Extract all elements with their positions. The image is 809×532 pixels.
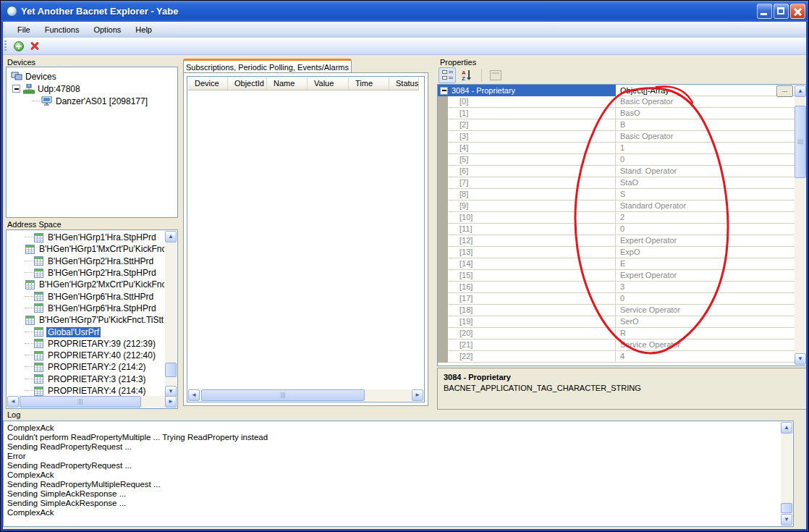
address-space-item[interactable]: B'HGen'HGrp6'Hra.StpHPrd [7, 303, 164, 314]
scroll-down-button[interactable]: ▼ [781, 514, 792, 525]
maximize-button[interactable] [774, 4, 789, 19]
scroll-up-button[interactable]: ▲ [781, 422, 792, 434]
tree-node-devices[interactable]: Devices [11, 70, 56, 83]
property-row[interactable]: [0] Basic Operator [438, 96, 795, 108]
column-header[interactable]: Time [349, 77, 389, 90]
window-title: Yet Another Bacnet Explorer - Yabe [21, 6, 757, 17]
menu-item[interactable]: Help [128, 23, 159, 36]
scroll-right-button[interactable]: ► [412, 389, 423, 401]
collapse-expander-icon[interactable] [12, 85, 20, 93]
property-value: S [616, 189, 795, 200]
property-row[interactable]: [8] S [438, 189, 795, 200]
column-header[interactable]: Value [308, 77, 349, 90]
log-line: Sending ReadPropertyMultipleRequest ... [7, 480, 779, 489]
address-space-item[interactable]: B'HGen'HGrp1'MxCrt'Pu'KickFnct.TiS [7, 243, 164, 255]
tree-node-label: Danzer'AS01 [2098177] [56, 96, 148, 106]
tab-subscriptions[interactable]: Subscriptions, Periodic Polling, Events/… [183, 59, 352, 73]
property-row[interactable]: [7] StaO [438, 177, 795, 189]
scroll-right-button[interactable]: ► [165, 396, 177, 408]
scroll-left-button[interactable]: ◄ [188, 389, 200, 401]
property-row[interactable]: [22] 4 [438, 351, 795, 363]
property-row[interactable]: [6] Stand. Operator [438, 166, 795, 177]
delete-icon [30, 41, 40, 51]
property-row[interactable]: [12] Expert Operator [438, 235, 795, 247]
address-space-item[interactable]: B'HGen'HGrp2'Hra.SttHPrd [7, 256, 164, 267]
property-row[interactable]: [18] Service Operator [438, 305, 795, 316]
address-space-item[interactable]: PROPRIETARY:4 (214:4) [7, 385, 164, 397]
close-button[interactable] [790, 4, 805, 19]
scroll-left-button[interactable]: ◄ [7, 396, 19, 408]
address-space-item[interactable]: PROPRIETARY:3 (214:3) [7, 373, 164, 385]
scroll-up-button[interactable]: ▲ [795, 85, 806, 97]
property-value: 2 [616, 212, 795, 224]
property-row[interactable]: [5] 0 [438, 154, 795, 166]
property-value: StaO [616, 177, 795, 189]
address-space-item[interactable]: B'HGen'HGrp1'Hra.StpHPrd [7, 232, 164, 243]
menu-item[interactable]: Options [86, 23, 128, 36]
subscriptions-listview: DeviceObjectIdNameValueTimeStatus ◄ ► [187, 76, 425, 402]
address-space-item[interactable]: B'HGen'HGrp2'Hra.StpHPrd [7, 267, 164, 279]
property-name: [11] [448, 224, 616, 235]
column-header[interactable]: Status [389, 77, 419, 90]
add-device-button[interactable] [11, 39, 27, 54]
categorized-view-button[interactable] [439, 67, 456, 83]
property-name: 3084 - Proprietary [452, 86, 515, 95]
property-value: E [616, 258, 795, 270]
scroll-down-button[interactable]: ▼ [795, 353, 806, 365]
scrollbar-thumb[interactable] [20, 396, 141, 408]
address-space-item[interactable]: PROPRIETARY:39 (212:39) [7, 338, 164, 350]
minimize-button[interactable] [757, 4, 772, 19]
title-bar[interactable]: Yet Another Bacnet Explorer - Yabe [1, 1, 809, 22]
alphabetical-sort-button[interactable]: AZ [459, 67, 476, 83]
address-space-item[interactable]: B'HGen'HGrp6'Hra.SttHPrd [7, 290, 164, 302]
property-row[interactable]: [11] 0 [438, 224, 795, 235]
scrollbar-thumb[interactable] [781, 503, 792, 513]
column-header[interactable]: Device [188, 77, 228, 90]
scrollbar-thumb[interactable] [165, 363, 177, 377]
property-row[interactable]: [21] Service Operator [438, 339, 795, 351]
column-header[interactable]: Name [267, 77, 308, 90]
tree-node-udp[interactable]: Udp:47808 [12, 83, 80, 95]
address-space-item[interactable]: B'HGen'HGrp2'MxCrt'Pu'KickFnct.TiS [7, 279, 164, 290]
property-value: Standard Operator [616, 200, 795, 212]
scrollbar-thumb[interactable] [795, 106, 806, 178]
scroll-up-button[interactable]: ▲ [165, 231, 177, 242]
scrollbar-thumb[interactable] [201, 389, 365, 401]
address-space-item[interactable]: PROPRIETARY:2 (214:2) [7, 361, 164, 373]
address-space-item[interactable]: PROPRIETARY:40 (212:40) [7, 350, 164, 361]
toolbar-grip[interactable] [4, 41, 7, 52]
ellipsis-button[interactable]: ... [776, 85, 793, 97]
property-value: R [616, 328, 795, 339]
property-grid-root-row[interactable]: 3084 - Proprietary Object[]-Array ... [438, 85, 795, 96]
address-space-item[interactable]: B'HGen'HGrp7'Pu'KickFnct.TiStt [7, 314, 164, 326]
property-row[interactable]: [2] B [438, 119, 795, 131]
menu-item[interactable]: File [10, 23, 38, 36]
property-row[interactable]: [13] ExpO [438, 247, 795, 258]
object-table-icon [34, 374, 43, 384]
column-header[interactable]: ObjectId [228, 77, 267, 90]
property-row[interactable]: [19] SerO [438, 316, 795, 328]
property-row[interactable]: [17] 0 [438, 293, 795, 305]
property-row[interactable]: [3] Basic Operator [438, 131, 795, 143]
property-row[interactable]: [16] 3 [438, 282, 795, 293]
property-pages-button[interactable] [487, 67, 504, 83]
property-row[interactable]: [15] Expert Operator [438, 270, 795, 282]
property-row[interactable]: [14] E [438, 258, 795, 270]
address-space-item[interactable]: Global'UsrPrf [7, 326, 164, 337]
menu-item[interactable]: Functions [38, 23, 87, 36]
log-line: ComplexAck [7, 508, 779, 518]
property-row[interactable]: [20] R [438, 328, 795, 339]
collapse-expander-icon[interactable] [440, 87, 448, 95]
tree-node-danzer[interactable]: Danzer'AS01 [2098177] [33, 95, 148, 107]
property-row[interactable]: [1] BasO [438, 108, 795, 119]
property-row[interactable]: [10] 2 [438, 212, 795, 224]
log-line: Sending SimpleAckResponse ... [7, 499, 779, 508]
address-space-list: B'HGen'HGrp1'Hra.StpHPrd B'HGen'HGrp1'Mx… [6, 229, 178, 409]
property-name: [8] [448, 189, 616, 200]
property-name: [20] [448, 328, 616, 339]
property-row[interactable]: [9] Standard Operator [438, 200, 795, 212]
object-table-icon [34, 327, 43, 337]
property-row[interactable]: [4] 1 [438, 143, 795, 154]
delete-device-button[interactable] [27, 39, 43, 54]
property-description-text: BACNET_APPLICATION_TAG_CHARACTER_STRING [444, 384, 801, 392]
